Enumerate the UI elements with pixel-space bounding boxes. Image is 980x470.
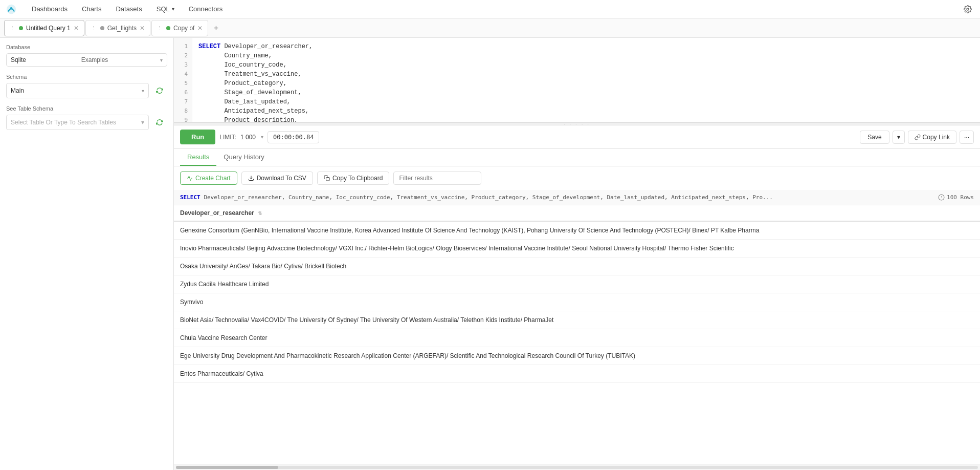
tab-close-button[interactable]: ✕ [74, 25, 79, 31]
download-csv-label: Download To CSV [257, 175, 306, 182]
more-options-button[interactable]: ··· [960, 131, 974, 144]
query-tab-copy[interactable]: ⋮ Copy of ✕ [151, 20, 208, 36]
filter-results-input[interactable] [393, 172, 481, 185]
schema-select[interactable]: Main ▾ [6, 83, 149, 98]
schema-value: Main [11, 87, 24, 94]
sidebar: Database Sqlite Examples ▾ Schema Main ▾… [0, 38, 174, 470]
table-cell-developer: Genexine Consortium (GenNBio, Internatio… [174, 221, 980, 240]
tab-drag-handle: ⋮ [91, 25, 96, 31]
save-button[interactable]: Save [860, 131, 889, 144]
results-tab-results[interactable]: Results [180, 149, 216, 166]
line-numbers: 1 2 3 4 5 6 7 8 9 10 11 12 13 [174, 38, 192, 122]
query-tabs-bar: ⋮ Untitled Query 1 ✕ ⋮ Get_flights ✕ ⋮ C… [0, 18, 980, 38]
clipboard-icon [324, 175, 330, 181]
database-chevron: ▾ [160, 57, 163, 63]
table-row: Symvivo [174, 293, 980, 311]
tab-label: Get_flights [107, 25, 137, 32]
app-logo [4, 2, 18, 16]
schema-refresh-button[interactable] [152, 83, 167, 98]
run-query-button[interactable]: Run [180, 130, 215, 144]
download-icon [248, 175, 254, 181]
nav-right-area [960, 1, 976, 17]
limit-label: LIMIT: [219, 134, 236, 141]
table-row: Zydus Cadila Healthcare Limited [174, 275, 980, 293]
horizontal-scrollbar[interactable] [174, 464, 980, 470]
table-cell-developer: Ege University Drug Development And Phar… [174, 347, 980, 365]
table-row: Chula Vaccine Research Center [174, 329, 980, 347]
tab-drag-handle: ⋮ [10, 25, 15, 31]
sql-editor[interactable]: 1 2 3 4 5 6 7 8 9 10 11 12 13 SELECT Dev… [174, 38, 980, 122]
table-search-row: Select Table Or Type To Search Tables ▾ [6, 115, 167, 130]
run-bar-right: Save ▾ Copy Link ··· [860, 131, 974, 144]
sql-dropdown-chevron: ▾ [172, 6, 174, 12]
create-chart-label: Create Chart [195, 175, 231, 182]
svg-point-2 [967, 8, 969, 10]
results-tabs: Results Query History [174, 149, 980, 166]
schema-chevron: ▾ [142, 88, 144, 94]
rows-count: 100 Rows [938, 194, 974, 201]
results-tab-history[interactable]: Query History [216, 149, 271, 166]
tab-label: Untitled Query 1 [26, 25, 71, 32]
link-icon [915, 134, 921, 140]
copy-clipboard-button[interactable]: Copy To Clipboard [317, 172, 390, 185]
limit-value: 1 000 [240, 134, 256, 141]
sql-code[interactable]: SELECT Developer_or_researcher, Country_… [192, 38, 980, 122]
main-area: Database Sqlite Examples ▾ Schema Main ▾… [0, 38, 980, 470]
save-dropdown-button[interactable]: ▾ [893, 131, 905, 144]
query-tab-get-flights[interactable]: ⋮ Get_flights ✕ [85, 20, 150, 36]
copy-link-button[interactable]: Copy Link [908, 131, 956, 144]
query-timer: 00:00:00.84 [268, 131, 319, 143]
table-row: Osaka University/ AnGes/ Takara Bio/ Cyt… [174, 258, 980, 275]
column-header-developer[interactable]: Developer_or_researcher ⇅ [174, 205, 980, 221]
results-area: Results Query History Create Chart [174, 149, 980, 470]
add-query-tab-button[interactable]: + [209, 22, 222, 35]
nav-sql[interactable]: SQL ▾ [149, 0, 182, 18]
table-search-input[interactable]: Select Table Or Type To Search Tables ▾ [6, 115, 149, 130]
sql-preview-row: SELECT Developer_or_researcher, Country_… [174, 190, 980, 205]
nav-dashboards[interactable]: Dashboards [25, 0, 75, 18]
table-cell-developer: Symvivo [174, 293, 980, 311]
download-csv-button[interactable]: Download To CSV [241, 172, 313, 185]
tab-status-dot [19, 26, 23, 30]
chart-icon [187, 175, 193, 181]
nav-connectors[interactable]: Connectors [182, 0, 230, 18]
nav-datasets[interactable]: Datasets [108, 0, 149, 18]
results-table: Developer_or_researcher ⇅ Genexine Conso… [174, 205, 980, 383]
settings-button[interactable] [960, 1, 976, 17]
tab-drag-handle: ⋮ [157, 25, 162, 31]
results-toolbar: Create Chart Download To CSV Copy T [174, 166, 980, 190]
limit-chevron[interactable]: ▾ [261, 134, 263, 140]
copy-clipboard-label: Copy To Clipboard [332, 175, 383, 182]
table-row: Entos Pharmaceuticals/ Cytiva [174, 365, 980, 383]
svg-rect-4 [326, 178, 329, 181]
row-count-value: 100 Rows [947, 194, 974, 201]
table-cell-developer: BioNet Asia/ Technovalia/ Vax4COVID/ The… [174, 311, 980, 329]
run-bar: Run LIMIT: 1 000 ▾ 00:00:00.84 Save ▾ Co… [174, 125, 980, 149]
info-icon [938, 194, 945, 201]
sql-preview-text: SELECT Developer_or_researcher, Country_… [180, 194, 773, 201]
nav-charts[interactable]: Charts [75, 0, 108, 18]
table-cell-developer: Entos Pharmaceuticals/ Cytiva [174, 365, 980, 383]
results-table-container[interactable]: Developer_or_researcher ⇅ Genexine Conso… [174, 205, 980, 464]
sort-icon[interactable]: ⇅ [258, 210, 262, 216]
database-label: Database [6, 44, 167, 50]
table-cell-developer: Inovio Pharmaceuticals/ Beijing Advaccin… [174, 240, 980, 258]
tab-close-copy[interactable]: ✕ [197, 25, 203, 31]
search-chevron: ▾ [141, 119, 144, 126]
database-engine: Sqlite [11, 56, 26, 63]
tab-status-dot [166, 26, 170, 30]
copy-link-label: Copy Link [923, 134, 950, 141]
search-placeholder: Select Table Or Type To Search Tables [11, 119, 116, 126]
table-row: Ege University Drug Development And Phar… [174, 347, 980, 365]
database-row: Sqlite Examples ▾ [6, 53, 167, 67]
schema-label: Schema [6, 74, 167, 80]
create-chart-button[interactable]: Create Chart [180, 172, 237, 185]
database-select[interactable]: Sqlite Examples ▾ [6, 53, 167, 67]
table-refresh-button[interactable] [152, 115, 167, 130]
table-cell-developer: Osaka University/ AnGes/ Takara Bio/ Cyt… [174, 258, 980, 275]
see-table-label: See Table Schema [6, 105, 167, 112]
scroll-thumb[interactable] [176, 466, 278, 469]
tab-close-button[interactable]: ✕ [140, 25, 145, 31]
scroll-track [176, 466, 978, 469]
query-tab-untitled1[interactable]: ⋮ Untitled Query 1 ✕ [4, 20, 84, 36]
